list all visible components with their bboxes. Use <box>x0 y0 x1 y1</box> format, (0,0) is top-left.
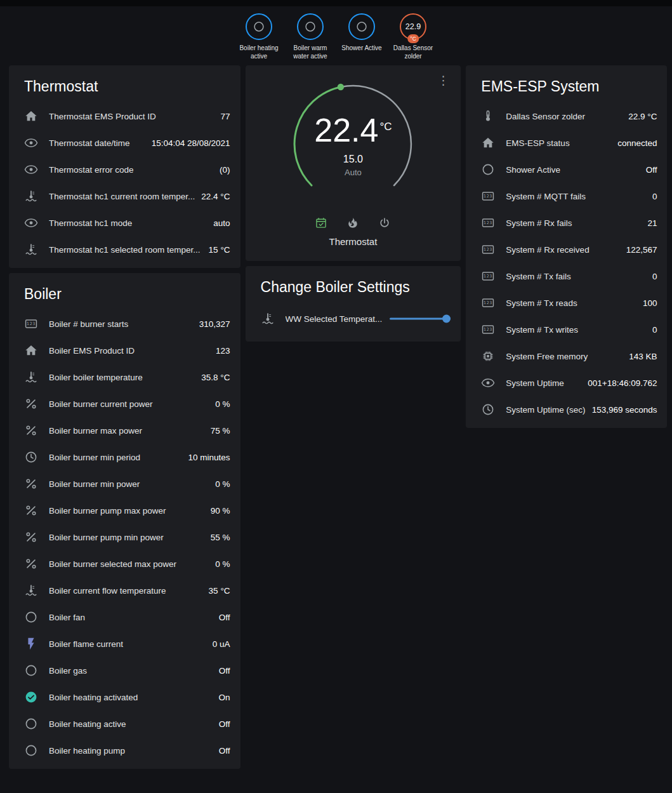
entity-row[interactable]: Boiler current flow temperature 35 °C <box>19 577 230 604</box>
thermostat-dial[interactable]: 22.4°C 15.0 Auto <box>289 81 416 208</box>
slider-track[interactable] <box>390 318 451 320</box>
power-icon[interactable] <box>378 217 391 229</box>
entity-row[interactable]: Boiler heating pump Off <box>19 737 230 764</box>
entity-row[interactable]: Boiler heating activated On <box>19 684 230 710</box>
entity-row[interactable]: Boiler flame current 0 uA <box>19 630 230 657</box>
entity-row[interactable]: Thermostat hc1 current room temper... 22… <box>19 183 230 210</box>
entity-label: Boiler burner pump max power <box>49 506 204 516</box>
entity-label: Shower Active <box>506 165 639 175</box>
entity-badge[interactable]: 22.9 °C Dallas Sensor zolder <box>390 13 436 60</box>
entity-row[interactable]: System Free memory 143 KB <box>476 343 657 370</box>
entity-list: Thermostat EMS Product ID 77 Thermostat … <box>19 103 230 263</box>
slider-label: WW Selected Temperat... <box>286 314 383 324</box>
entity-label: Thermostat error code <box>49 165 213 175</box>
entity-row[interactable]: Boiler boiler temperature 35.8 °C <box>19 364 230 390</box>
entity-row[interactable]: EMS-ESP status connected <box>476 130 657 156</box>
counter-icon <box>481 323 495 337</box>
entity-label: Boiler boiler temperature <box>49 373 195 382</box>
counter-icon <box>481 243 495 257</box>
entity-row[interactable]: System # Rx received 122,567 <box>476 236 657 263</box>
home-icon <box>24 109 38 123</box>
coolant-icon <box>24 189 38 203</box>
entity-row[interactable]: System # Tx reads 100 <box>476 290 657 316</box>
entity-label: EMS-ESP status <box>506 138 611 148</box>
entity-row[interactable]: Boiler heating active Off <box>19 710 230 737</box>
clock-icon <box>24 450 38 464</box>
entity-label: Boiler gas <box>49 666 213 676</box>
entity-row[interactable]: Dallas Sensor zolder 22.9 °C <box>476 103 657 130</box>
entity-label: System # Rx received <box>506 245 619 255</box>
entity-row[interactable]: System Uptime 001+18:46:09.762 <box>476 370 657 396</box>
entity-label: Thermostat hc1 current room temper... <box>49 192 195 201</box>
entity-label: System # MQTT fails <box>506 192 646 201</box>
entity-row[interactable]: Boiler burner current power 0 % <box>19 390 230 417</box>
percent-icon <box>24 530 38 544</box>
entity-row[interactable]: Shower Active Off <box>476 156 657 183</box>
entity-value: 21 <box>647 218 657 228</box>
dial-handle[interactable] <box>338 84 344 90</box>
entity-row[interactable]: Boiler burner pump min power 55 % <box>19 524 230 550</box>
entity-value: auto <box>213 218 230 228</box>
entity-value: Off <box>219 746 230 756</box>
entity-row[interactable]: Boiler burner min period 10 minutes <box>19 444 230 470</box>
entity-value: Off <box>646 165 657 175</box>
slider-knob[interactable] <box>442 315 451 323</box>
entity-value: connected <box>617 138 657 148</box>
percent-icon <box>24 397 38 411</box>
card-menu-button[interactable]: ⋮ <box>431 72 456 89</box>
entity-value: 153,969 seconds <box>592 405 657 415</box>
boiler-entities-card: Boiler Boiler # burner starts 310,327 Bo… <box>9 273 240 769</box>
left-column: Thermostat Thermostat EMS Product ID 77 … <box>9 65 240 769</box>
entity-row[interactable]: Boiler burner pump max power 90 % <box>19 497 230 524</box>
entity-row[interactable]: Thermostat hc1 selected room temper... 1… <box>19 236 230 263</box>
badge-row: Boiler heating active Boiler warm water … <box>0 6 672 62</box>
entity-row[interactable]: Boiler burner min power 0 % <box>19 470 230 497</box>
entity-row[interactable]: Boiler fan Off <box>19 604 230 630</box>
entity-row[interactable]: System Uptime (sec) 153,969 seconds <box>476 396 657 423</box>
entity-badge[interactable]: Shower Active <box>339 13 385 53</box>
coolant-icon <box>24 583 38 597</box>
coolant-icon <box>24 370 38 384</box>
entity-row[interactable]: System # Tx fails 0 <box>476 263 657 290</box>
entity-label: System # Tx reads <box>506 298 636 308</box>
entity-row[interactable]: Thermostat hc1 mode auto <box>19 210 230 236</box>
entity-label: System Uptime (sec) <box>506 405 585 415</box>
badge-unit: °C <box>407 34 419 43</box>
entity-value: 122,567 <box>626 245 657 255</box>
eye-icon <box>24 216 38 230</box>
entity-row[interactable]: System # Tx writes 0 <box>476 316 657 343</box>
entity-value: 0 <box>652 325 657 335</box>
entity-row[interactable]: Thermostat date/time 15:04:04 28/08/2021 <box>19 130 230 156</box>
entity-row[interactable]: Boiler burner max power 75 % <box>19 417 230 444</box>
entity-label: Boiler burner max power <box>49 426 204 436</box>
percent-icon <box>24 423 38 437</box>
home-icon <box>481 136 495 150</box>
entity-row[interactable]: Boiler EMS Product ID 123 <box>19 337 230 364</box>
entity-row[interactable]: Thermostat error code (0) <box>19 156 230 183</box>
entity-row[interactable]: System # Rx fails 21 <box>476 210 657 236</box>
percent-icon <box>24 477 38 491</box>
dial-arc[interactable] <box>289 81 416 208</box>
middle-column: ⋮ 22.4°C 15.0 Auto Thermostat <box>246 65 461 342</box>
entity-value: 143 KB <box>629 352 657 361</box>
entity-row[interactable]: Thermostat EMS Product ID 77 <box>19 103 230 130</box>
entity-row[interactable]: System # MQTT fails 0 <box>476 183 657 210</box>
entity-row[interactable]: Boiler gas Off <box>19 657 230 684</box>
entity-badge[interactable]: Boiler warm water active <box>287 13 333 60</box>
entity-badge[interactable]: Boiler heating active <box>236 13 282 60</box>
entity-row[interactable]: Boiler burner selected max power 0 % <box>19 550 230 577</box>
entity-list: Boiler # burner starts 310,327 Boiler EM… <box>19 310 230 764</box>
entity-row[interactable]: Boiler # burner starts 310,327 <box>19 310 230 337</box>
top-bar <box>0 0 672 6</box>
badge-value: 22.9 <box>405 22 421 31</box>
ww-temperature-slider[interactable] <box>390 311 451 326</box>
percent-icon <box>24 503 38 517</box>
fire-icon[interactable] <box>346 217 359 229</box>
entity-value: 90 % <box>211 506 230 516</box>
chip-icon <box>481 349 495 363</box>
entity-label: System Free memory <box>506 352 623 361</box>
entity-value: 35 °C <box>209 586 230 596</box>
counter-icon <box>481 216 495 230</box>
calendar-check-icon[interactable] <box>315 217 327 229</box>
card-title: Change Boiler Settings <box>261 279 446 296</box>
